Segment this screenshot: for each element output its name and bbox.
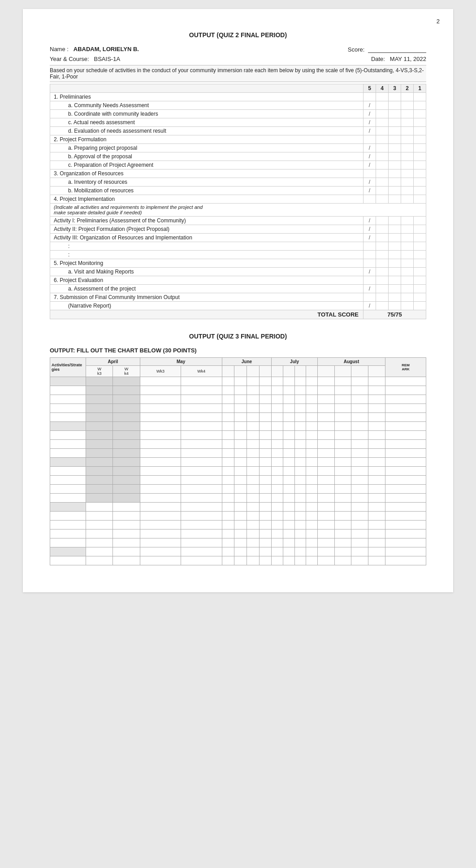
chart-row	[50, 512, 426, 521]
quiz3-section: OUTPUT (QUIZ 3 FINAL PERIOD) OUTPUT: FIL…	[50, 333, 426, 565]
week-cell	[283, 366, 295, 377]
table-row: b. Approval of the proposal /	[50, 152, 426, 161]
page: 2 OUTPUT (QUIZ 2 FINAL PERIOD) Name : AB…	[23, 9, 453, 592]
chart-row	[50, 503, 426, 512]
table-row: 3. Organization of Resources	[50, 169, 426, 178]
chart-row	[50, 395, 426, 404]
score-line	[368, 46, 426, 53]
table-row: a. Inventory of resources /	[50, 178, 426, 187]
week-cell	[247, 366, 259, 377]
week-cell	[272, 366, 283, 377]
chart-table: Activities/Strategies April May June Jul…	[50, 357, 426, 565]
info-row-name: Name : ABADAM, LORIELYN B. Score:	[50, 46, 426, 53]
table-row: :	[50, 242, 426, 251]
table-row: 6. Project Evaluation	[50, 276, 426, 285]
chart-row	[50, 404, 426, 413]
table-row: a. Assessment of the project /	[50, 285, 426, 293]
header-5: 5	[363, 84, 376, 93]
chart-row	[50, 485, 426, 494]
week-cell	[317, 366, 334, 377]
score-field: Score:	[348, 46, 426, 53]
table-row: c. Actual needs assessment /	[50, 118, 426, 127]
table-row: Activity II: Project Formulation (Projec…	[50, 225, 426, 234]
table-row: :	[50, 251, 426, 259]
chart-month-may: May	[140, 358, 222, 366]
week-cell: Wk4	[113, 366, 140, 377]
year-label: Year & Course:	[50, 56, 89, 62]
chart-row	[50, 521, 426, 529]
chart-week-row: Wk3 Wk4 Wk3 Wk4	[50, 366, 426, 377]
chart-row	[50, 440, 426, 449]
table-row: 4. Project Implementation	[50, 195, 426, 204]
total-row: TOTAL SCORE 75/75	[50, 310, 426, 319]
table-row: d. Evaluation of needs assessment result…	[50, 127, 426, 135]
chart-row	[50, 431, 426, 440]
table-row: b. Mobilization of resources /	[50, 187, 426, 195]
table-row: a. Community Needs Assessment /	[50, 101, 426, 110]
quiz2-section: OUTPUT (QUIZ 2 FINAL PERIOD) Name : ABAD…	[50, 31, 426, 319]
name-label: Name :	[50, 46, 69, 52]
header-3: 3	[389, 84, 401, 93]
chart-row	[50, 413, 426, 422]
week-cell	[351, 366, 368, 377]
chart-row	[50, 547, 426, 556]
chart-col-activities: Activities/Strategies	[50, 358, 86, 377]
chart-row	[50, 494, 426, 503]
table-row: 2. Project Formulation	[50, 135, 426, 144]
table-row: a. Visit and Making Reports /	[50, 268, 426, 276]
header-4: 4	[376, 84, 389, 93]
table-row: 7. Submission of Final Community Immersi…	[50, 293, 426, 302]
year-value: BSAIS-1A	[94, 56, 121, 62]
header-2: 2	[401, 84, 414, 93]
table-row: (Indicate all activities and requirement…	[50, 204, 426, 217]
date-label: Date:	[371, 56, 385, 62]
table-row: 5. Project Monitoring	[50, 259, 426, 268]
total-label: TOTAL SCORE	[50, 310, 363, 319]
chart-row	[50, 377, 426, 386]
quiz3-title: OUTPUT (QUIZ 3 FINAL PERIOD)	[50, 333, 426, 340]
page-number: 2	[437, 18, 440, 25]
table-row: (Narrative Report) /	[50, 302, 426, 310]
info-row-year: Year & Course: BSAIS-1A Date: MAY 11, 20…	[50, 56, 426, 62]
week-cell	[368, 366, 385, 377]
name-value: ABADAM, LORIELYN B.	[74, 46, 139, 52]
week-cell: Wk3	[86, 366, 113, 377]
chart-month-august: August	[317, 358, 385, 366]
chart-row	[50, 529, 426, 538]
chart-row	[50, 386, 426, 395]
table-row: a. Preparing project proposal /	[50, 144, 426, 152]
header-1: 1	[414, 84, 426, 93]
year-field: Year & Course: BSAIS-1A	[50, 56, 120, 62]
week-cell	[334, 366, 351, 377]
instructions: Based on your schedule of activities in …	[50, 65, 426, 82]
chart-row	[50, 467, 426, 476]
table-row: Activity III: Organization of Resources …	[50, 234, 426, 242]
table-row: Activity I: Preliminaries (Assessment of…	[50, 217, 426, 225]
week-cell	[294, 366, 306, 377]
chart-row	[50, 449, 426, 458]
output-subtitle: OUTPUT: FILL OUT THE CHART BELOW (30 POI…	[50, 347, 426, 354]
chart-row	[50, 422, 426, 431]
score-label: Score:	[348, 46, 365, 53]
chart-header-row: Activities/Strategies April May June Jul…	[50, 358, 426, 366]
week-cell: Wk4	[181, 366, 222, 377]
date-field: Date: MAY 11, 2022	[371, 56, 426, 62]
chart-row	[50, 538, 426, 547]
rating-table: 5 4 3 2 1 1. Preliminaries a. Community …	[50, 84, 426, 319]
chart-month-july: July	[272, 358, 317, 366]
quiz2-title: OUTPUT (QUIZ 2 FINAL PERIOD)	[50, 31, 426, 39]
week-cell	[234, 366, 247, 377]
chart-row	[50, 458, 426, 467]
chart-row	[50, 556, 426, 565]
week-cell	[306, 366, 318, 377]
total-value: 75/75	[363, 310, 426, 319]
name-field: Name : ABADAM, LORIELYN B.	[50, 46, 139, 53]
chart-month-june: June	[222, 358, 272, 366]
table-row: b. Coordinate with community leaders /	[50, 110, 426, 118]
week-cell	[259, 366, 272, 377]
chart-month-april: April	[86, 358, 140, 366]
table-row: c. Preparation of Project Agreement /	[50, 161, 426, 169]
chart-col-remark: REMARK	[385, 358, 426, 377]
date-value: MAY 11, 2022	[390, 56, 426, 62]
week-cell	[222, 366, 234, 377]
